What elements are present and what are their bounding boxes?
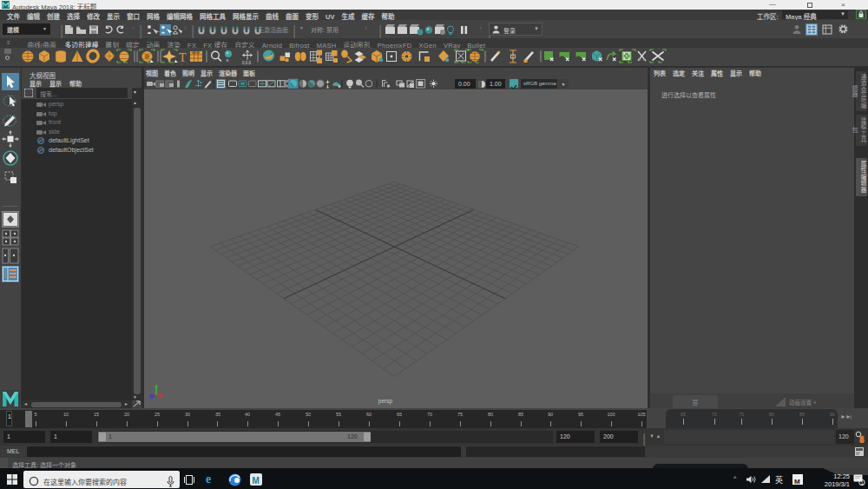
svg-text:MASH: MASH [192,51,201,55]
svg-text:x: x [227,57,229,63]
svg-text:T: T [179,51,187,64]
svg-text:1: 1 [861,480,864,486]
svg-text:0,0,0: 0,0,0 [242,61,252,65]
